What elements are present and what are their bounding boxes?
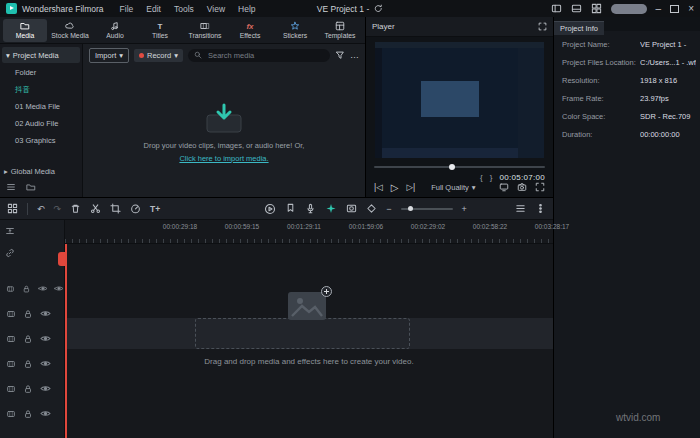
voiceover-mic-icon[interactable]	[305, 203, 316, 214]
track-type-icon[interactable]	[6, 284, 15, 294]
track-headers	[0, 276, 64, 426]
tab-project-info[interactable]: Project Info	[554, 21, 604, 35]
close-button[interactable]: ×	[688, 0, 694, 17]
zoom-in-icon[interactable]: +	[462, 203, 467, 215]
delete-icon[interactable]	[70, 203, 81, 214]
import-media-link[interactable]: Click here to import media.	[179, 154, 268, 163]
lock-track-icon[interactable]	[23, 359, 33, 369]
scrubber-handle[interactable]	[449, 164, 455, 170]
crop-icon[interactable]	[110, 203, 121, 214]
menu-tools[interactable]: Tools	[174, 4, 194, 14]
zoom-slider-handle[interactable]	[408, 206, 413, 211]
track-type-icon[interactable]	[6, 309, 16, 319]
lock-track-icon[interactable]	[23, 384, 33, 394]
minimize-button[interactable]: –	[656, 0, 662, 17]
filter-icon[interactable]	[335, 50, 345, 60]
layout-bottom-icon[interactable]	[571, 3, 582, 14]
list-view-icon[interactable]	[6, 182, 16, 192]
snap-grid-icon[interactable]	[7, 203, 18, 214]
marker-icon[interactable]	[285, 203, 296, 214]
field-duration: Duration: 00:00:00:00	[554, 130, 700, 139]
menu-edit[interactable]: Edit	[146, 4, 161, 14]
import-button[interactable]: Import ▾	[89, 48, 129, 63]
render-preview-icon[interactable]	[264, 203, 276, 215]
detach-player-icon[interactable]	[538, 22, 547, 31]
folder-view-icon[interactable]	[26, 182, 36, 192]
toggle-visibility-eye-icon[interactable]	[40, 333, 51, 344]
player-scrubber[interactable]	[374, 163, 545, 171]
ai-tool-icon[interactable]	[325, 203, 337, 215]
timeline-zoom-slider[interactable]	[401, 204, 453, 214]
playhead-handle[interactable]	[58, 252, 65, 266]
sidebar-item-global-media[interactable]: ▸ Global Media	[0, 164, 82, 179]
more-vertical-icon[interactable]	[535, 203, 546, 214]
mask-icon[interactable]	[346, 203, 357, 214]
field-value: 1918 x 816	[640, 76, 696, 85]
tab-transitions[interactable]: Transitions	[183, 19, 227, 42]
link-clips-icon[interactable]	[5, 248, 15, 258]
account-button[interactable]	[611, 4, 647, 14]
media-drop-area[interactable]: Drop your video clips, images, or audio …	[83, 66, 365, 197]
next-frame-button[interactable]: ▷|	[406, 182, 415, 192]
tab-media[interactable]: Media	[3, 19, 47, 42]
keyframe-icon[interactable]	[366, 203, 377, 214]
previous-frame-button[interactable]: |◁	[374, 182, 383, 192]
split-scissors-icon[interactable]	[90, 203, 101, 214]
play-button[interactable]: ▷	[391, 182, 399, 193]
lock-track-icon[interactable]	[23, 309, 33, 319]
toggle-visibility-eye-icon[interactable]	[40, 408, 51, 419]
track-height-icon[interactable]	[5, 226, 15, 236]
sidebar-item-folder[interactable]: Folder	[0, 64, 82, 81]
quality-dropdown[interactable]: Full Quality ▾	[431, 183, 475, 192]
tab-stickers[interactable]: Stickers	[273, 19, 317, 42]
redo-icon[interactable]: ↷	[54, 203, 62, 215]
timeline-drop-target[interactable]	[195, 318, 410, 349]
tab-audio[interactable]: Audio	[93, 19, 137, 42]
lock-track-icon[interactable]	[23, 334, 33, 344]
tab-stock-media[interactable]: Stock Media	[48, 19, 92, 42]
track-type-icon[interactable]	[6, 384, 16, 394]
menu-file[interactable]: File	[120, 4, 134, 14]
timeline-ruler[interactable]: 00:00:29:18 00:00:59:15 00:01:29:11 00:0…	[65, 220, 553, 244]
sidebar-item-audio-file[interactable]: 02 Audio File	[0, 115, 82, 132]
zoom-out-icon[interactable]: −	[386, 203, 391, 215]
lock-track-icon[interactable]	[22, 284, 31, 294]
lock-track-icon[interactable]	[23, 409, 33, 419]
speed-icon[interactable]	[130, 203, 141, 214]
track-type-icon[interactable]	[6, 334, 16, 344]
timeline-tracks-area[interactable]: Drag and drop media and effects here to …	[65, 244, 553, 438]
tab-templates[interactable]: Templates	[318, 19, 362, 42]
menu-view[interactable]: View	[207, 4, 225, 14]
toggle-visibility-eye-icon[interactable]	[40, 383, 51, 394]
track-type-icon[interactable]	[6, 409, 16, 419]
toggle-visibility-eye-icon[interactable]	[40, 308, 51, 319]
maximize-button[interactable]	[670, 5, 679, 13]
fullscreen-icon[interactable]	[535, 182, 545, 192]
sidebar-global-label: Global Media	[11, 167, 55, 176]
sidebar-item-graphics[interactable]: 03 Graphics	[0, 132, 82, 149]
tab-titles[interactable]: T Titles	[138, 19, 182, 42]
layout-panel-icon[interactable]	[551, 3, 562, 14]
drop-hint-text: Drop your video clips, images, or audio …	[144, 141, 305, 150]
sidebar-item-media-file[interactable]: 01 Media File	[0, 98, 82, 115]
toggle-visibility-eye-icon[interactable]	[38, 283, 48, 294]
snapshot-camera-icon[interactable]	[517, 182, 527, 192]
track-manager-icon[interactable]	[515, 203, 526, 214]
search-input[interactable]	[206, 50, 324, 61]
tab-effects[interactable]: fx Effects	[228, 19, 272, 42]
menu-help[interactable]: Help	[238, 4, 255, 14]
text-tool-icon[interactable]: T+	[150, 203, 160, 215]
display-icon[interactable]	[499, 182, 509, 192]
media-sidebar: ▾ Project Media Folder 抖音 01 Media File …	[0, 44, 82, 197]
sidebar-item-project-media[interactable]: ▾ Project Media	[2, 47, 80, 63]
ruler-label: 00:02:29:02	[411, 223, 445, 230]
grid-layout-icon[interactable]	[591, 3, 602, 14]
record-button[interactable]: Record ▾	[134, 49, 183, 62]
sidebar-item-douyin[interactable]: 抖音	[0, 81, 82, 98]
more-icon[interactable]: …	[350, 52, 359, 58]
undo-icon[interactable]: ↶	[37, 203, 45, 215]
toggle-visibility-eye-icon[interactable]	[40, 358, 51, 369]
toggle-visibility-eye-icon[interactable]	[54, 283, 64, 294]
track-type-icon[interactable]	[6, 359, 16, 369]
sync-icon[interactable]	[374, 4, 383, 13]
